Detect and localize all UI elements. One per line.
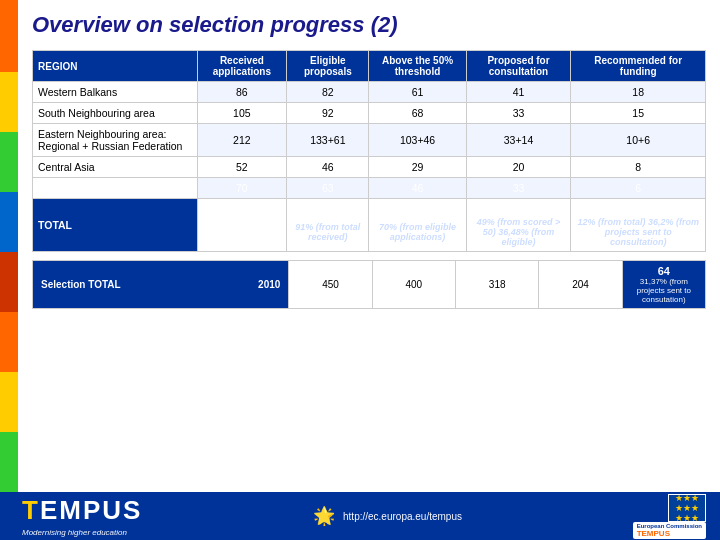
cell-proposed: 41 [466,82,571,103]
selection-label: Selection TOTAL [41,279,121,290]
eu-star-icon: 🌟 [313,505,335,527]
cell-eligible: 82 [287,82,369,103]
selection-section: Selection TOTAL 2010 450 400 318 204 64 … [32,260,706,309]
cell-region: Eastern Neighbouring area: Regional + Ru… [33,124,198,157]
col-header-above: Above the 50% threshold [369,51,466,82]
cell-eligible: 92 [287,103,369,124]
selection-above: 318 [455,261,538,308]
total-label: TOTAL [33,199,198,252]
cell-received: 86 [197,82,287,103]
table-row: South Neighbouring area 105 92 68 33 15 [33,103,706,124]
col-header-region: REGION [33,51,198,82]
table-row: Multiregional 70 63 46 33 6 [33,178,706,199]
footer-url-area: 🌟 http://ec.europa.eu/tempus [313,505,462,527]
total-proposed: 174 49% (from scored > 50) 36,48% (from … [466,199,571,252]
table-row: Eastern Neighbouring area: Regional + Ru… [33,124,706,157]
selection-region-cell: Selection TOTAL 2010 [33,261,288,308]
cell-above: 46 [369,178,466,199]
cell-recommended: 18 [571,82,706,103]
cell-proposed: 33 [466,178,571,199]
cell-eligible: 133+61 [287,124,369,157]
cell-received: 105 [197,103,287,124]
footer-tagline: Modernising higher education [22,528,142,537]
footer: TEMPUS Modernising higher education 🌟 ht… [0,492,720,540]
total-eligible: 477 91% (from total received) [287,199,369,252]
main-content: Overview on selection progress (2) REGIO… [18,0,720,315]
badge-ec: European Commission [637,523,702,529]
tempus-logo: TEMPUS [22,495,142,526]
total-received: 525 [197,199,287,252]
cell-region: South Neighbouring area [33,103,198,124]
selection-proposed: 204 [538,261,621,308]
total-row: TOTAL 525 477 91% (from total received) … [33,199,706,252]
cell-proposed: 33+14 [466,124,571,157]
footer-left: TEMPUS Modernising higher education [22,495,142,537]
cell-received: 52 [197,157,287,178]
cell-received: 70 [197,178,287,199]
selection-rec-top: 64 [627,265,701,277]
cell-recommended: 10+6 [571,124,706,157]
total-recommended: 63 12% (from total) 36,2% (from projects… [571,199,706,252]
total-above: 353 70% (from eligible applications) [369,199,466,252]
page: Overview on selection progress (2) REGIO… [0,0,720,540]
page-title: Overview on selection progress (2) [32,12,706,38]
cell-recommended: 15 [571,103,706,124]
col-header-proposed: Proposed for consultation [466,51,571,82]
selection-recommended: 64 31,37% (from projects sent to consuta… [622,261,705,308]
eu-flag-icon: ★★★★★★★★★ [668,494,706,522]
cell-eligible: 46 [287,157,369,178]
col-header-eligible: Eligible proposals [287,51,369,82]
selection-received: 450 [288,261,371,308]
selection-eligible: 400 [372,261,455,308]
cell-above: 29 [369,157,466,178]
color-bar [0,0,18,540]
selection-data: 450 400 318 204 64 31,37% (from projects… [288,261,705,308]
cell-received: 212 [197,124,287,157]
cell-recommended: 8 [571,157,706,178]
col-header-recommended: Recommended for funding [571,51,706,82]
cell-proposed: 33 [466,103,571,124]
cell-region: Central Asia [33,157,198,178]
cell-above: 68 [369,103,466,124]
cell-region: Western Balkans [33,82,198,103]
cell-recommended: 6 [571,178,706,199]
cell-eligible: 63 [287,178,369,199]
table-row: Western Balkans 86 82 61 41 18 [33,82,706,103]
footer-right: ★★★★★★★★★ European Commission TEMPUS [633,494,706,539]
cell-region: Multiregional [33,178,198,199]
data-table: REGION Received applications Eligible pr… [32,50,706,252]
selection-rec-sub: 31,37% (from projects sent to consutatio… [627,277,701,304]
cell-above: 103+46 [369,124,466,157]
selection-year: 2010 [258,279,280,290]
cell-proposed: 20 [466,157,571,178]
col-header-received: Received applications [197,51,287,82]
table-row: Central Asia 52 46 29 20 8 [33,157,706,178]
cell-above: 61 [369,82,466,103]
tempus-badge: European Commission TEMPUS [633,522,706,539]
badge-tempus: TEMPUS [637,529,702,538]
footer-url-text: http://ec.europa.eu/tempus [343,511,462,522]
